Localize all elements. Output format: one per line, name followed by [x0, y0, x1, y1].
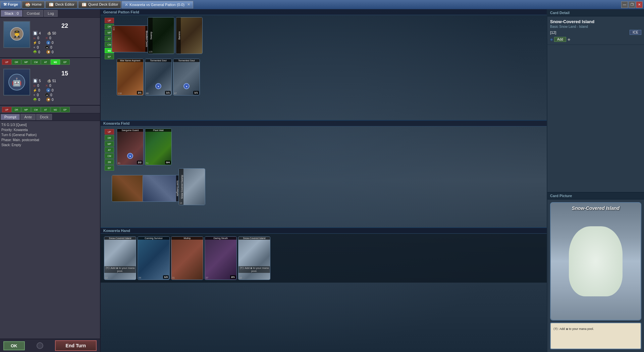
opponent-green-row: 🌳 0 ◆ 0 — [33, 50, 97, 54]
bottom-tab-bar: Prompt Ante Dock — [0, 113, 100, 121]
kow-creatures-row: Sanguine Guard ● 2/2 41 Plant Wall 0/4 5… — [117, 128, 205, 165]
player-energy-row: ⚡ 0 ● 0 — [33, 88, 97, 92]
left-tab-bar: Stack : 0 Combat Log — [0, 9, 100, 18]
gp-card-tormented2[interactable]: Tormented Soul ● 1/1 87 — [173, 59, 200, 96]
opponent-poison-row: ☠ 0 ✕ 0 — [33, 36, 97, 40]
tormented2-banner: Tormented Soul — [173, 59, 200, 62]
large-card-text-area: ⟨T⟩: Add ◈ to your mana pool. — [550, 322, 641, 349]
kow-phase-m2[interactable]: M2 — [51, 107, 60, 112]
snow2-name: Snow-Covered Island — [238, 237, 270, 240]
info-scroll-area: T:6 G:1/3 [Quest] Priority: Kowareta Tur… — [0, 121, 100, 339]
gp-card-warname[interactable]: War Name Aspirant 2/1 118 — [117, 59, 144, 96]
close-tab-icon[interactable]: ✕ — [187, 2, 190, 7]
quest-deck-tab[interactable]: 📋 📋 Quest Deck Editor — [78, 1, 121, 8]
hand-label: Kowareta Hand — [101, 228, 547, 234]
gp-card-bloodfell[interactable]: Bloodfell Caves 108 — [112, 25, 149, 52]
opponent-diamond-mana: ◆ — [46, 50, 50, 54]
snow1-name: Snow-Covered Island — [104, 237, 136, 240]
forge-button[interactable]: ⚒ ⚒ Forge — [0, 1, 21, 8]
snowswamp-name: Snow Covered Swamp — [179, 169, 183, 205]
kow-phase-at[interactable]: AT — [41, 107, 50, 112]
card-picture-area: Snow-Covered Island Ilse Gort Maddaluni … — [547, 199, 644, 352]
kow-phase-mp[interactable]: MP — [21, 107, 31, 112]
phase-up[interactable]: UP — [2, 59, 11, 65]
end-turn-button[interactable]: End Turn — [55, 340, 97, 351]
gp-field: General Patton Field UP DR MP AT CM M2 E… — [101, 9, 547, 120]
add-button[interactable]: Add — [554, 37, 566, 42]
gp-card-barrens[interactable]: Barrens — [176, 17, 203, 54]
gp-creatures-row: War Name Aspirant 2/1 118 Tormented Soul… — [117, 59, 203, 96]
kow-phase-ep[interactable]: EP — [60, 107, 70, 112]
card-info-area: Snow-Covered Island Basic Snow Land - Is… — [547, 16, 644, 45]
player-life: 15 — [33, 70, 97, 77]
kow-card-snowswamp[interactable]: Snow Covered Swamp 18 — [178, 168, 205, 205]
opponent-mana-row: ✦ 0 ● 0 — [33, 45, 97, 49]
titlebar: ⚒ ⚒ Forge 🏠 🏠 Home 📋 📋 Deck Editor 📋 📋 Q… — [0, 0, 644, 9]
hand-card-snow2[interactable]: Snow-Covered Island ⟨T⟩: Add ◈ to your m… — [238, 236, 270, 280]
kow-phase-cm[interactable]: CM — [31, 107, 41, 112]
snow2-text: ⟨T⟩: Add ◈ to your mana pool. — [238, 266, 270, 273]
deck-editor-tab[interactable]: 📋 📋 Deck Editor — [45, 1, 77, 8]
ice-button[interactable]: ICE — [630, 30, 641, 35]
game-tab[interactable]: ⚔ Kowareta vs General Patton (0-0) ✕ — [122, 1, 193, 8]
phase-at[interactable]: AT — [41, 59, 50, 65]
stack-info: Stack: Empty — [1, 142, 99, 148]
card-detail-type: Basic Snow Land - Island — [550, 25, 641, 28]
phase-cm[interactable]: CM — [31, 59, 41, 65]
kow-card-sanguine[interactable]: Sanguine Guard ● 2/2 41 — [117, 128, 144, 165]
ok-button[interactable]: OK — [3, 341, 25, 350]
combat-tab[interactable]: Combat — [23, 10, 44, 17]
home-tab[interactable]: 🏠 🏠 Home — [22, 1, 45, 8]
kow-phase-side: UP DR MP AT CM 2M EP — [104, 128, 115, 171]
cost-num: [12] — [550, 31, 556, 35]
phase-dr[interactable]: DR — [12, 59, 21, 65]
opponent-energy-row: ⚡ 0 ● 0 — [33, 41, 97, 45]
player-card-count: 5 — [39, 79, 44, 83]
phase-m2[interactable]: M2 — [51, 59, 60, 65]
kow-card-zones: Sanguine Guard ● 2/2 41 Plant Wall 0/4 5… — [117, 128, 205, 207]
action-bar: OK End Turn — [0, 339, 100, 352]
turn-player-info: Turn 6 (General Patton) — [1, 132, 99, 137]
ante-tab[interactable]: Ante — [20, 114, 36, 120]
hand-card-mutiny[interactable]: Mutiny 31 — [171, 236, 203, 280]
center-panel: General Patton Field UP DR MP AT CM M2 E… — [101, 9, 547, 352]
opponent-poison: 0 — [37, 36, 43, 40]
minimize-button[interactable]: — — [621, 1, 628, 8]
gp-card-zones: Bloodfell Caves 108 Swamp 105 — [117, 17, 203, 96]
sanguine-pt: 2/2 — [137, 161, 143, 164]
right-panel: Card Detail Snow-Covered Island Basic Sn… — [547, 9, 644, 352]
phase-ep[interactable]: EP — [60, 59, 70, 65]
field-wrapper: General Patton Field UP DR MP AT CM M2 E… — [101, 9, 547, 352]
phase-mp[interactable]: MP — [21, 59, 31, 65]
warname-pt: 2/1 — [137, 91, 143, 95]
stack-tab[interactable]: Stack : 0 — [1, 10, 22, 17]
hand-card-cunning[interactable]: Cunning Survivor 1/3 44 — [138, 236, 170, 280]
detail-spacer — [547, 45, 644, 192]
detail-cost-row: [12] ICE — [550, 30, 641, 35]
gp-phase-bar: UP DR MP CM AT M2 EP — [0, 59, 100, 65]
opponent-row: 👨‍✈️ 22 📄 4 🪨 50 ☠ 0 — [2, 20, 98, 55]
hand-area: Kowareta Hand Snow-Covered Island ⟨T⟩: A… — [101, 227, 547, 283]
hand-card-snow1[interactable]: Snow-Covered Island ⟨T⟩: Add ◈ to your m… — [104, 236, 136, 280]
card-picture-header: Card Picture — [547, 192, 644, 199]
hand-card-daring[interactable]: Daring Sleuth 2/1 37 — [205, 236, 237, 280]
sanguine-banner: Sanguine Guard — [117, 129, 143, 132]
prompt-tab[interactable]: Prompt — [1, 114, 20, 120]
kow-card-plantwall[interactable]: Plant Wall 0/4 51 — [145, 128, 172, 165]
tormented1-pt: 1/1 — [165, 91, 171, 95]
kow-phase-dr[interactable]: DR — [12, 107, 21, 112]
opponent-library: 50 — [52, 32, 58, 35]
player-row: 🤖 15 📄 5 🪨 51 ☠ 0 — [2, 67, 98, 103]
gp-card-swamp[interactable]: Swamp 105 — [148, 17, 174, 54]
opponent-stats: 📄 4 🪨 50 ☠ 0 ✕ 0 ⚡ 0 — [33, 31, 97, 54]
log-tab[interactable]: Log — [44, 10, 57, 17]
close-button[interactable]: ✕ — [636, 1, 643, 8]
kow-phase-up[interactable]: UP — [2, 107, 11, 112]
player-library: 51 — [52, 79, 58, 83]
dock-tab[interactable]: Dock — [36, 114, 52, 120]
kow-card-izzet[interactable]: Izzet Guildgate — [143, 175, 179, 202]
gp-card-tormented1[interactable]: Tormented Soul ● 1/1 88 — [145, 59, 172, 96]
player-area: 🤖 15 📄 5 🪨 51 ☠ 0 — [0, 65, 100, 106]
sanguine-token: ● — [127, 153, 133, 159]
restore-button[interactable]: ❒ — [629, 1, 635, 8]
